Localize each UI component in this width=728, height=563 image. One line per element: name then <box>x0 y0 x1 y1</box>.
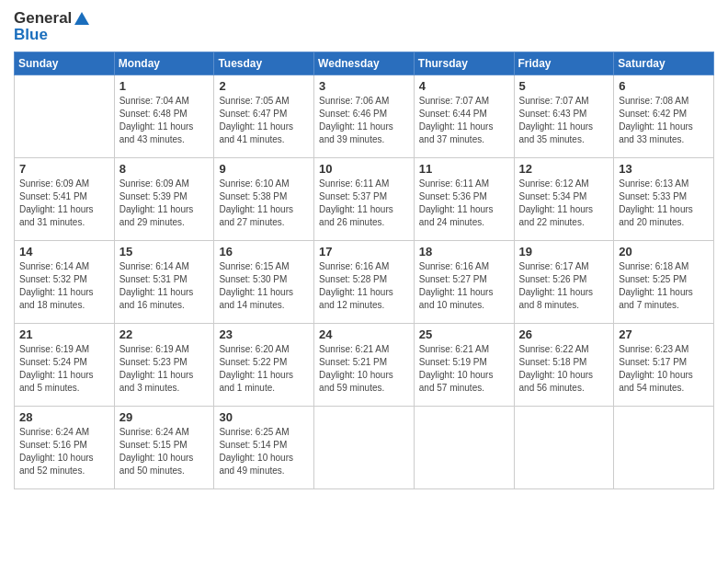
calendar-cell: 4Sunrise: 7:07 AMSunset: 6:44 PMDaylight… <box>414 75 514 158</box>
calendar-cell: 2Sunrise: 7:05 AMSunset: 6:47 PMDaylight… <box>214 75 314 158</box>
calendar-cell: 9Sunrise: 6:10 AMSunset: 5:38 PMDaylight… <box>214 158 314 241</box>
weekday-header: Monday <box>114 52 214 75</box>
weekday-header: Tuesday <box>214 52 314 75</box>
calendar-week-row: 28Sunrise: 6:24 AMSunset: 5:16 PMDayligh… <box>15 407 714 489</box>
day-info: Sunrise: 6:17 AMSunset: 5:26 PMDaylight:… <box>519 260 609 312</box>
day-info: Sunrise: 6:21 AMSunset: 5:21 PMDaylight:… <box>319 343 409 395</box>
day-number: 4 <box>419 79 509 93</box>
day-info: Sunrise: 6:12 AMSunset: 5:34 PMDaylight:… <box>519 178 609 229</box>
calendar-cell: 11Sunrise: 6:11 AMSunset: 5:36 PMDayligh… <box>414 158 514 241</box>
day-number: 6 <box>619 79 709 93</box>
day-number: 23 <box>219 327 309 341</box>
calendar-header-row: SundayMondayTuesdayWednesdayThursdayFrid… <box>15 52 714 75</box>
calendar-cell: 1Sunrise: 7:04 AMSunset: 6:48 PMDaylight… <box>114 75 214 158</box>
calendar-cell: 25Sunrise: 6:21 AMSunset: 5:19 PMDayligh… <box>414 324 514 407</box>
calendar-cell: 13Sunrise: 6:13 AMSunset: 5:33 PMDayligh… <box>614 158 714 241</box>
calendar-cell: 23Sunrise: 6:20 AMSunset: 5:22 PMDayligh… <box>214 324 314 407</box>
calendar-week-row: 14Sunrise: 6:14 AMSunset: 5:32 PMDayligh… <box>15 241 714 324</box>
day-info: Sunrise: 7:07 AMSunset: 6:44 PMDaylight:… <box>419 95 509 146</box>
page-header: General Blue <box>14 9 714 44</box>
day-number: 17 <box>319 245 409 259</box>
day-info: Sunrise: 6:23 AMSunset: 5:17 PMDaylight:… <box>619 343 709 395</box>
day-info: Sunrise: 6:14 AMSunset: 5:31 PMDaylight:… <box>119 260 210 312</box>
day-info: Sunrise: 7:04 AMSunset: 6:48 PMDaylight:… <box>119 95 210 146</box>
day-number: 22 <box>119 327 210 341</box>
logo: General Blue <box>14 9 90 44</box>
calendar-week-row: 1Sunrise: 7:04 AMSunset: 6:48 PMDaylight… <box>15 75 714 158</box>
calendar-cell: 29Sunrise: 6:24 AMSunset: 5:15 PMDayligh… <box>114 407 214 489</box>
calendar-cell: 17Sunrise: 6:16 AMSunset: 5:28 PMDayligh… <box>314 241 415 324</box>
weekday-header: Thursday <box>414 52 514 75</box>
day-number: 15 <box>119 245 210 259</box>
day-number: 18 <box>419 245 509 259</box>
logo-general: General <box>14 9 72 28</box>
day-info: Sunrise: 7:06 AMSunset: 6:46 PMDaylight:… <box>319 95 409 146</box>
day-number: 14 <box>19 245 109 259</box>
day-info: Sunrise: 6:16 AMSunset: 5:28 PMDaylight:… <box>319 260 409 312</box>
calendar-cell <box>314 407 415 489</box>
day-info: Sunrise: 6:20 AMSunset: 5:22 PMDaylight:… <box>219 343 309 395</box>
day-number: 11 <box>419 162 509 176</box>
day-info: Sunrise: 6:09 AMSunset: 5:39 PMDaylight:… <box>119 178 210 229</box>
day-info: Sunrise: 6:24 AMSunset: 5:16 PMDaylight:… <box>19 426 109 477</box>
calendar-cell: 19Sunrise: 6:17 AMSunset: 5:26 PMDayligh… <box>514 241 614 324</box>
svg-marker-0 <box>74 12 89 25</box>
day-number: 26 <box>519 327 609 341</box>
calendar-cell: 21Sunrise: 6:19 AMSunset: 5:24 PMDayligh… <box>15 324 115 407</box>
calendar-cell: 27Sunrise: 6:23 AMSunset: 5:17 PMDayligh… <box>614 324 714 407</box>
calendar-cell: 6Sunrise: 7:08 AMSunset: 6:42 PMDaylight… <box>614 75 714 158</box>
weekday-header: Sunday <box>15 52 115 75</box>
day-info: Sunrise: 6:21 AMSunset: 5:19 PMDaylight:… <box>419 343 509 395</box>
calendar-cell: 24Sunrise: 6:21 AMSunset: 5:21 PMDayligh… <box>314 324 415 407</box>
day-info: Sunrise: 6:11 AMSunset: 5:36 PMDaylight:… <box>419 178 509 229</box>
day-number: 30 <box>219 410 309 424</box>
calendar-cell: 22Sunrise: 6:19 AMSunset: 5:23 PMDayligh… <box>114 324 214 407</box>
calendar-cell <box>414 407 514 489</box>
day-number: 16 <box>219 245 309 259</box>
day-number: 20 <box>619 245 709 259</box>
day-number: 28 <box>19 410 109 424</box>
day-number: 9 <box>219 162 309 176</box>
calendar-cell: 10Sunrise: 6:11 AMSunset: 5:37 PMDayligh… <box>314 158 415 241</box>
day-info: Sunrise: 6:18 AMSunset: 5:25 PMDaylight:… <box>619 260 709 312</box>
day-info: Sunrise: 6:10 AMSunset: 5:38 PMDaylight:… <box>219 178 309 229</box>
day-number: 27 <box>619 327 709 341</box>
day-number: 13 <box>619 162 709 176</box>
day-info: Sunrise: 6:25 AMSunset: 5:14 PMDaylight:… <box>219 426 309 477</box>
logo-blue: Blue <box>14 26 48 44</box>
calendar-cell: 14Sunrise: 6:14 AMSunset: 5:32 PMDayligh… <box>15 241 115 324</box>
weekday-header: Saturday <box>614 52 714 75</box>
calendar-cell: 18Sunrise: 6:16 AMSunset: 5:27 PMDayligh… <box>414 241 514 324</box>
calendar-cell: 8Sunrise: 6:09 AMSunset: 5:39 PMDaylight… <box>114 158 214 241</box>
weekday-header: Friday <box>514 52 614 75</box>
logo-triangle-icon <box>74 11 90 26</box>
calendar-week-row: 7Sunrise: 6:09 AMSunset: 5:41 PMDaylight… <box>15 158 714 241</box>
day-info: Sunrise: 7:08 AMSunset: 6:42 PMDaylight:… <box>619 95 709 146</box>
day-info: Sunrise: 6:19 AMSunset: 5:23 PMDaylight:… <box>119 343 210 395</box>
day-number: 10 <box>319 162 409 176</box>
day-number: 7 <box>19 162 109 176</box>
day-number: 8 <box>119 162 210 176</box>
day-number: 25 <box>419 327 509 341</box>
day-number: 2 <box>219 79 309 93</box>
calendar-cell: 12Sunrise: 6:12 AMSunset: 5:34 PMDayligh… <box>514 158 614 241</box>
day-number: 21 <box>19 327 109 341</box>
day-number: 1 <box>119 79 210 93</box>
day-info: Sunrise: 6:11 AMSunset: 5:37 PMDaylight:… <box>319 178 409 229</box>
day-number: 5 <box>519 79 609 93</box>
calendar-cell: 20Sunrise: 6:18 AMSunset: 5:25 PMDayligh… <box>614 241 714 324</box>
day-info: Sunrise: 6:16 AMSunset: 5:27 PMDaylight:… <box>419 260 509 312</box>
day-info: Sunrise: 6:24 AMSunset: 5:15 PMDaylight:… <box>119 426 210 477</box>
day-info: Sunrise: 7:07 AMSunset: 6:43 PMDaylight:… <box>519 95 609 146</box>
day-number: 24 <box>319 327 409 341</box>
calendar-cell <box>15 75 115 158</box>
day-number: 19 <box>519 245 609 259</box>
day-number: 3 <box>319 79 409 93</box>
calendar-cell: 26Sunrise: 6:22 AMSunset: 5:18 PMDayligh… <box>514 324 614 407</box>
day-info: Sunrise: 6:15 AMSunset: 5:30 PMDaylight:… <box>219 260 309 312</box>
day-info: Sunrise: 6:22 AMSunset: 5:18 PMDaylight:… <box>519 343 609 395</box>
calendar-cell: 28Sunrise: 6:24 AMSunset: 5:16 PMDayligh… <box>15 407 115 489</box>
calendar-week-row: 21Sunrise: 6:19 AMSunset: 5:24 PMDayligh… <box>15 324 714 407</box>
day-info: Sunrise: 6:09 AMSunset: 5:41 PMDaylight:… <box>19 178 109 229</box>
calendar-cell: 15Sunrise: 6:14 AMSunset: 5:31 PMDayligh… <box>114 241 214 324</box>
